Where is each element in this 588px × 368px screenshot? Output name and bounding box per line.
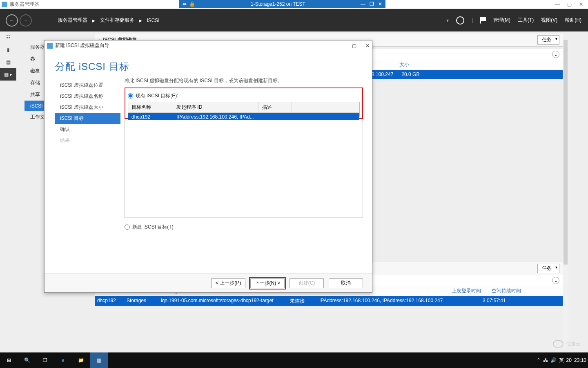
next-button[interactable]: 下一步(N) > [250, 278, 285, 288]
expand-targets-button[interactable]: ⌄ [552, 277, 559, 284]
outer-minimize-button[interactable]: — [555, 2, 560, 7]
radio-existing-input[interactable] [128, 93, 133, 99]
start-button[interactable]: ⊞ [0, 352, 18, 368]
wizard-steps: iSCSI 虚拟磁盘位置 iSCSI 虚拟磁盘名称 iSCSI 虚拟磁盘大小 i… [55, 77, 120, 233]
td-iqn: iqn.1991-05.com.microsoft:storages-dhcp1… [161, 298, 282, 305]
wizard-maximize-button[interactable]: ▢ [352, 43, 356, 49]
vm-restore-button[interactable]: ❐ [370, 1, 374, 7]
header-bar: ← → 服务器管理器 ▸ 文件和存储服务 ▸ iSCSI ▾ | 管理(M) 工… [0, 9, 588, 31]
server-manager-taskbar-icon[interactable]: ▥ [90, 352, 108, 368]
lock-icon[interactable]: 🔒 [188, 1, 196, 7]
thumbtack-icon[interactable]: ⇹ [181, 1, 188, 7]
highlight-existing-target: 现有 iSCSI 目标(E): 目标名称 发起程序 ID 描述 dhcp192 … [125, 88, 363, 119]
iscsi-wizard-dialog: 新建 iSCSI 虚拟磁盘向导 — ▢ ✕ 分配 iSCSI 目标 iSCSI … [44, 40, 372, 293]
refresh-icon[interactable] [456, 16, 464, 25]
th-idle[interactable]: 空闲持续时间 [492, 287, 521, 294]
target-row-selected[interactable]: dhcp192 Storages iqn.1991-05.com.microso… [95, 296, 563, 306]
chevron-right-icon: ▸ [92, 17, 95, 24]
chevron-right-icon: ▸ [139, 17, 142, 24]
wizard-heading: 分配 iSCSI 目标 [45, 51, 372, 77]
cloud-icon [553, 340, 564, 348]
wizard-titlebar: 新建 iSCSI 虚拟磁盘向导 — ▢ ✕ [45, 40, 372, 51]
radio-new-input[interactable] [125, 224, 130, 230]
lh-initiator[interactable]: 发起程序 ID [173, 102, 259, 112]
step-target[interactable]: iSCSI 目标 [55, 113, 120, 124]
vm-title: 1-Storage1-252 on TEST [196, 1, 361, 7]
tasks-dropdown-targets[interactable]: 任务 [537, 264, 559, 273]
menu-tools[interactable]: 工具(T) [518, 17, 534, 24]
notifications-flag-icon[interactable] [480, 17, 486, 24]
wizard-instruction: 将此 iSCSI 虚拟磁盘分配给现有的 iSCSI 目标，或为该磁盘创建新目标。 [125, 77, 363, 84]
create-button: 创建(C) [290, 278, 324, 288]
explorer-icon[interactable]: 📁 [72, 352, 90, 368]
step-name[interactable]: iSCSI 虚拟磁盘名称 [55, 91, 120, 102]
wizard-icon [47, 43, 53, 49]
wizard-title: 新建 iSCSI 虚拟磁盘向导 [55, 42, 109, 49]
vm-minimize-button[interactable]: — [361, 1, 365, 7]
left-icon-strip: ☷ ▮ ▤ ▦ ▸ [0, 31, 16, 350]
menu-manage[interactable]: 管理(M) [493, 17, 510, 24]
radio-new-target[interactable]: 新建 iSCSI 目标(T) [125, 224, 363, 231]
storage-role-icon[interactable]: ▦ ▸ [0, 68, 16, 81]
search-button[interactable]: 🔍 [18, 352, 36, 368]
target-list-body[interactable] [125, 120, 363, 218]
task-view-button[interactable]: ❐ [36, 352, 54, 368]
td-server: Storages [127, 298, 153, 305]
wizard-footer: < 上一步(P) 下一步(N) > 创建(C) 取消 [45, 274, 372, 292]
td-initiator: IPAddress:192.168.100.246, IPAddress:192… [319, 298, 474, 305]
tray-sound-icon[interactable]: 🔊 [550, 357, 557, 363]
dropdown-caret-icon[interactable]: ▾ [446, 18, 449, 23]
lr-initiator: IPAddress:192.168.100.246, IPAd... [173, 113, 259, 121]
forward-button[interactable]: → [20, 14, 32, 27]
breadcrumb-level2[interactable]: 文件和存储服务 [100, 17, 134, 24]
tray-ime[interactable]: 英 [559, 357, 564, 364]
back-button[interactable]: ← [6, 14, 18, 27]
system-tray: ⌃ 🖧 🔊 英 20 23:10 [537, 357, 588, 364]
target-list-header: 目标名称 发起程序 ID 描述 [128, 102, 359, 113]
col-size[interactable]: 大小 [399, 61, 409, 68]
all-servers-icon[interactable]: ▤ [0, 56, 16, 68]
radio-existing-target[interactable]: 现有 iSCSI 目标(E): [128, 92, 360, 99]
vm-connection-bar: ⇹ 🔒 1-Storage1-252 on TEST — ❐ ✕ [179, 0, 385, 8]
row-ip: 8.100.247 [372, 72, 393, 77]
step-result: 结果 [55, 135, 120, 146]
step-confirm[interactable]: 确认 [55, 124, 120, 135]
lh-desc[interactable]: 描述 [259, 102, 292, 112]
tray-clock[interactable]: 23:10 [574, 358, 586, 363]
td-status: 未连接 [290, 298, 311, 305]
step-size[interactable]: iSCSI 虚拟磁盘大小 [55, 102, 120, 113]
wizard-close-button[interactable]: ✕ [365, 43, 370, 49]
th-last[interactable]: 上次登录时间 [452, 287, 483, 294]
outer-app-title: 服务器管理器 [10, 1, 39, 8]
outer-maximize-button[interactable]: ▢ [567, 2, 572, 7]
lh-name[interactable]: 目标名称 [128, 102, 173, 112]
breadcrumb-root[interactable]: 服务器管理器 [58, 17, 87, 24]
expand-section-button[interactable]: ⌄ [552, 51, 559, 58]
tray-up-icon[interactable]: ⌃ [537, 357, 541, 363]
radio-existing-label: 现有 iSCSI 目标(E): [136, 92, 178, 99]
tray-network-icon[interactable]: 🖧 [543, 357, 548, 363]
outer-close-button[interactable]: ✕ [579, 2, 583, 7]
menu-view[interactable]: 视图(V) [541, 17, 557, 24]
wizard-pane: 将此 iSCSI 虚拟磁盘分配给现有的 iSCSI 目标，或为该磁盘创建新目标。… [120, 77, 372, 233]
step-location[interactable]: iSCSI 虚拟磁盘位置 [55, 80, 120, 91]
breadcrumb-level3[interactable]: iSCSI [147, 18, 160, 23]
vertical-scrollbar[interactable] [563, 39, 568, 347]
cancel-button[interactable]: 取消 [329, 278, 363, 288]
watermark-text: 亿速云 [566, 341, 581, 348]
vm-close-button[interactable]: ✕ [378, 1, 382, 7]
menu-help[interactable]: 帮助(H) [565, 17, 581, 24]
radio-new-label: 新建 iSCSI 目标(T) [132, 224, 174, 231]
ie-icon[interactable]: ｅ [54, 352, 72, 368]
taskbar: ⊞ 🔍 ❐ ｅ 📁 ▥ ⌃ 🖧 🔊 英 20 23:10 [0, 352, 588, 368]
tasks-dropdown-top[interactable]: 任务 [537, 35, 559, 45]
dashboard-icon[interactable]: ☷ [0, 31, 16, 44]
outer-window-controls: — ▢ ✕ [555, 2, 586, 7]
local-server-icon[interactable]: ▮ [0, 44, 16, 56]
watermark: 亿速云 [553, 340, 581, 348]
prev-button[interactable]: < 上一步(P) [211, 278, 245, 288]
row-size: 20.0 GB [401, 72, 419, 77]
clock-time: 23:10 [574, 358, 586, 363]
wizard-minimize-button[interactable]: — [338, 43, 343, 49]
td-idle: 3.07:57:41 [483, 298, 506, 305]
